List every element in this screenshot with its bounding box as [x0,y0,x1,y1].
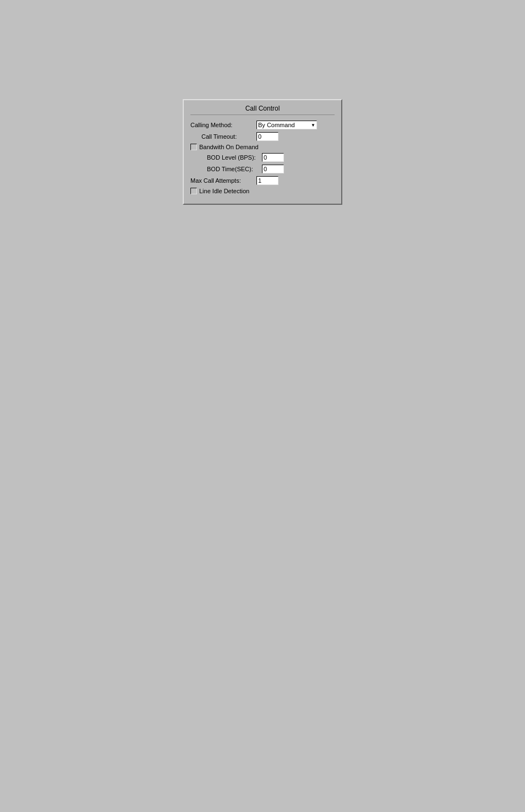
title-divider [190,115,335,115]
call-timeout-row: Call Timeout: [190,132,335,141]
bod-level-label: BOD Level (BPS): [207,154,262,161]
line-idle-detection-label: Line Idle Detection [199,188,249,194]
calling-method-select[interactable]: By Command Auto Manual [256,121,317,129]
dialog-title: Call Control [190,105,335,112]
call-control-dialog: Call Control Calling Method: By Command … [183,99,342,205]
call-timeout-label: Call Timeout: [201,133,256,140]
bod-level-input[interactable] [262,153,284,162]
bod-time-label: BOD Time(SEC): [207,166,262,172]
max-call-attempts-input[interactable] [256,176,278,185]
bod-time-input[interactable] [262,165,284,173]
line-idle-detection-checkbox[interactable] [190,188,197,194]
calling-method-select-wrapper[interactable]: By Command Auto Manual [256,121,317,129]
bod-time-row: BOD Time(SEC): [190,165,335,173]
calling-method-label: Calling Method: [190,122,256,128]
bandwith-on-demand-label: Bandwith On Demand [199,144,259,150]
bod-level-row: BOD Level (BPS): [190,153,335,162]
call-timeout-input[interactable] [256,132,278,141]
bandwith-on-demand-row: Bandwith On Demand [190,144,335,150]
bandwith-on-demand-checkbox[interactable] [190,144,197,150]
calling-method-row: Calling Method: By Command Auto Manual [190,121,335,129]
max-call-attempts-label: Max Call Attempts: [190,177,256,184]
max-call-attempts-row: Max Call Attempts: [190,176,335,185]
line-idle-detection-row: Line Idle Detection [190,188,335,194]
